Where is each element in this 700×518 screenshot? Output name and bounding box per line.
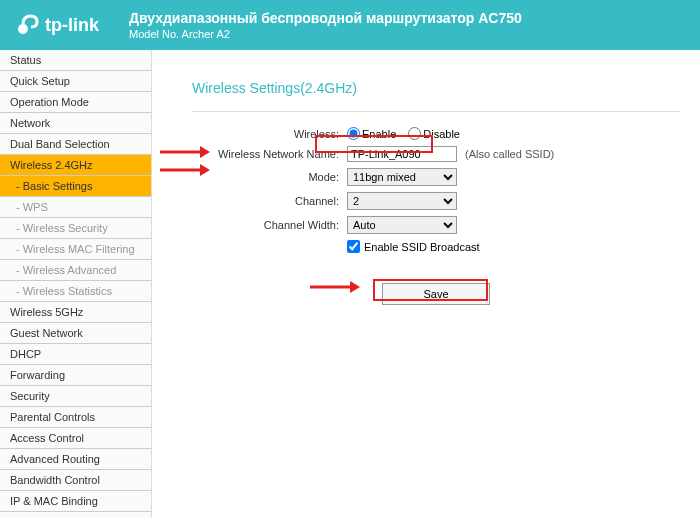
enable-radio[interactable]: [347, 127, 360, 140]
sidebar-item-dual-band-selection[interactable]: Dual Band Selection: [0, 134, 151, 155]
sidebar: StatusQuick SetupOperation ModeNetworkDu…: [0, 50, 152, 518]
sidebar-item-dynamic-dns[interactable]: Dynamic DNS: [0, 512, 151, 518]
page-title: Wireless Settings(2.4GHz): [192, 80, 680, 96]
model-number: Model No. Archer A2: [129, 28, 522, 40]
sidebar-item-dhcp[interactable]: DHCP: [0, 344, 151, 365]
enable-text: Enable: [362, 128, 396, 140]
tp-link-logo-icon: [15, 13, 39, 37]
mode-select[interactable]: 11bgn mixed: [347, 168, 457, 186]
sidebar-item-wireless-statistics[interactable]: - Wireless Statistics: [0, 281, 151, 302]
network-name-label: Wireless Network Name:: [192, 148, 347, 160]
divider: [192, 111, 680, 112]
ssid-broadcast-text: Enable SSID Broadcast: [364, 241, 480, 253]
channel-width-label: Channel Width:: [192, 219, 347, 231]
sidebar-item-parental-controls[interactable]: Parental Controls: [0, 407, 151, 428]
ssid-broadcast-checkbox[interactable]: [347, 240, 360, 253]
brand-text: tp-link: [45, 15, 99, 36]
sidebar-item-wireless-2-4ghz[interactable]: Wireless 2.4GHz: [0, 155, 151, 176]
svg-point-0: [18, 24, 28, 34]
sidebar-item-wireless-advanced[interactable]: - Wireless Advanced: [0, 260, 151, 281]
sidebar-item-wireless-mac-filtering[interactable]: - Wireless MAC Filtering: [0, 239, 151, 260]
sidebar-item-guest-network[interactable]: Guest Network: [0, 323, 151, 344]
sidebar-item-quick-setup[interactable]: Quick Setup: [0, 71, 151, 92]
disable-radio[interactable]: [408, 127, 421, 140]
channel-width-select[interactable]: Auto: [347, 216, 457, 234]
sidebar-item-ip-mac-binding[interactable]: IP & MAC Binding: [0, 491, 151, 512]
sidebar-item-advanced-routing[interactable]: Advanced Routing: [0, 449, 151, 470]
sidebar-item-wireless-5ghz[interactable]: Wireless 5GHz: [0, 302, 151, 323]
product-title: Двухдиапазонный беспроводной маршрутизат…: [129, 10, 522, 26]
ssid-note: (Also called SSID): [465, 148, 554, 160]
sidebar-item-wireless-security[interactable]: - Wireless Security: [0, 218, 151, 239]
wireless-label: Wireless:: [192, 128, 347, 140]
sidebar-item-operation-mode[interactable]: Operation Mode: [0, 92, 151, 113]
disable-radio-wrap[interactable]: Disable: [408, 127, 460, 140]
header: tp-link Двухдиапазонный беспроводной мар…: [0, 0, 700, 50]
sidebar-item-forwarding[interactable]: Forwarding: [0, 365, 151, 386]
sidebar-item-wps[interactable]: - WPS: [0, 197, 151, 218]
network-name-input[interactable]: [347, 146, 457, 162]
main-content: Wireless Settings(2.4GHz) Wireless: Enab…: [152, 50, 700, 518]
brand-logo: tp-link: [15, 13, 99, 37]
disable-text: Disable: [423, 128, 460, 140]
sidebar-item-status[interactable]: Status: [0, 50, 151, 71]
sidebar-item-basic-settings[interactable]: - Basic Settings: [0, 176, 151, 197]
sidebar-item-access-control[interactable]: Access Control: [0, 428, 151, 449]
sidebar-item-bandwidth-control[interactable]: Bandwidth Control: [0, 470, 151, 491]
enable-radio-wrap[interactable]: Enable: [347, 127, 396, 140]
mode-label: Mode:: [192, 171, 347, 183]
channel-select[interactable]: 2: [347, 192, 457, 210]
sidebar-item-security[interactable]: Security: [0, 386, 151, 407]
sidebar-item-network[interactable]: Network: [0, 113, 151, 134]
save-button[interactable]: Save: [382, 283, 489, 305]
channel-label: Channel:: [192, 195, 347, 207]
ssid-broadcast-wrap[interactable]: Enable SSID Broadcast: [347, 240, 480, 253]
